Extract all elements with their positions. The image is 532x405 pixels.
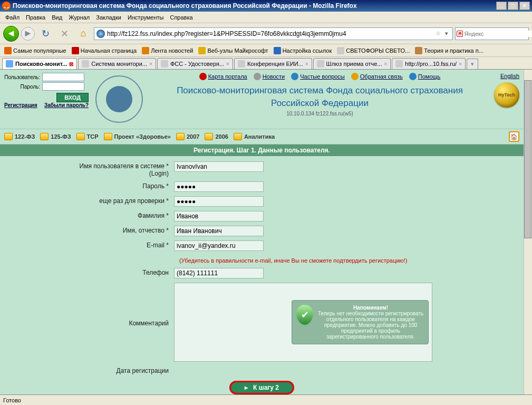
form-name-input[interactable] — [174, 226, 264, 236]
folder-icon — [104, 133, 112, 140]
section-item[interactable]: Аналитика — [234, 133, 275, 140]
tab[interactable]: http://pro...10.fss.ru/× — [392, 58, 466, 69]
form-email-input[interactable] — [174, 240, 264, 251]
bookmark-item[interactable]: Лента новостей — [140, 46, 195, 55]
help-link[interactable]: Помощь — [409, 73, 441, 80]
menu-bookmarks[interactable]: Закладки — [93, 13, 124, 22]
bookmark-item[interactable]: Начальная страница — [70, 46, 139, 55]
feedback-link[interactable]: Обратная связь — [351, 73, 403, 80]
section-item[interactable]: Проект «Здоровье» — [104, 133, 171, 140]
bookmark-item[interactable]: Теория и практика п... — [413, 46, 485, 55]
login-box: Пользователь: Пароль: ВХОД Регистрация З… — [4, 73, 89, 126]
site-title-2: Российской Федерации — [150, 98, 490, 109]
menu-tools[interactable]: Инструменты — [124, 13, 167, 22]
form-phone-input[interactable] — [174, 268, 264, 278]
minimize-button[interactable]: _ — [496, 2, 507, 10]
tab-close-icon[interactable]: × — [305, 61, 308, 67]
news-link[interactable]: Новости — [254, 73, 285, 80]
section-item[interactable]: 122-ФЗ — [4, 133, 35, 140]
url-input[interactable] — [107, 30, 433, 37]
form-regdate-label: Дата регистрации — [11, 366, 174, 374]
news-icon — [254, 73, 261, 80]
new-tab-button[interactable]: ▾ — [467, 59, 478, 69]
close-button[interactable]: ✕ — [519, 2, 530, 10]
portal-map-link[interactable]: Карта портала — [199, 73, 247, 80]
vertical-scrollbar[interactable] — [524, 70, 532, 394]
section-item[interactable]: 2007 — [176, 133, 199, 140]
tab[interactable]: Шлюз приема отче...× — [313, 58, 391, 69]
scrollbar-thumb[interactable] — [524, 80, 531, 238]
tab-close-icon[interactable]: ⊠ — [69, 61, 73, 67]
tab-favicon — [395, 60, 403, 68]
back-button[interactable]: ◄ — [3, 26, 19, 42]
menu-edit[interactable]: Правка — [23, 13, 49, 22]
login-button[interactable]: ВХОД — [56, 93, 89, 102]
next-step-button[interactable]: ▸К шагу 2 — [229, 381, 294, 394]
bookmark-item[interactable]: Самые популярные — [2, 46, 69, 55]
folder-icon — [4, 133, 13, 140]
login-user-input[interactable] — [42, 73, 84, 81]
menu-journal[interactable]: Журнал — [65, 13, 93, 22]
section-item[interactable]: 125-ФЗ — [40, 133, 71, 140]
section-item[interactable]: TCP — [76, 133, 99, 140]
search-box[interactable]: Я — [455, 27, 529, 40]
register-link[interactable]: Регистрация — [4, 102, 37, 108]
globe-icon — [96, 30, 105, 38]
search-input[interactable] — [464, 31, 532, 37]
tab-close-icon[interactable]: × — [149, 61, 152, 67]
bookmarks-bar: Самые популярные Начальная страница Лент… — [0, 44, 532, 57]
tab-close-icon[interactable]: × — [384, 61, 387, 67]
compass-icon — [199, 73, 207, 80]
bookmark-icon — [337, 47, 344, 54]
form-password-input[interactable] — [174, 181, 264, 192]
bookmark-star-icon[interactable]: ☆ — [433, 30, 443, 37]
tab-favicon — [6, 60, 13, 68]
stop-button[interactable]: ✕ — [56, 25, 73, 42]
form-comment-input[interactable]: ✔ Напоминаем! Теперь нет необходимости р… — [174, 283, 432, 362]
menu-view[interactable]: Вид — [49, 13, 65, 22]
tab-active[interactable]: Поисково-монит...⊠ — [2, 58, 77, 69]
bookmark-item[interactable]: Настройка ссылок — [272, 46, 334, 55]
folder-icon — [76, 133, 85, 140]
bookmark-icon — [274, 47, 281, 54]
address-bar[interactable]: ☆ ▾ — [94, 27, 453, 40]
form-login-input[interactable] — [174, 161, 264, 172]
folder-icon — [234, 133, 242, 140]
folder-icon — [40, 133, 49, 140]
tab-close-icon[interactable]: × — [459, 61, 462, 67]
form-surname-input[interactable] — [174, 211, 264, 221]
forgot-password-link[interactable]: Забыли пароль? — [44, 102, 89, 108]
tab[interactable]: Конференция ЕИИ...× — [234, 58, 312, 69]
bookmark-icon — [415, 47, 422, 54]
bookmark-icon — [142, 47, 149, 54]
home-icon[interactable]: 🏠 — [509, 131, 519, 142]
tab[interactable]: Система монитори...× — [78, 58, 156, 69]
page-header: Пользователь: Пароль: ВХОД Регистрация З… — [0, 70, 524, 129]
english-link[interactable]: English — [500, 73, 519, 79]
hytech-badge: HyTech — [494, 82, 519, 108]
bookmark-item[interactable]: СВЕТОФОРЫ СВЕТО... — [335, 46, 412, 55]
bookmark-icon — [4, 47, 12, 54]
site-title: Поисково-мониторинговая система Фонда со… — [150, 85, 490, 96]
bookmark-item[interactable]: Веб-узлы Майкрософт — [196, 46, 270, 55]
home-button[interactable]: ⌂ — [75, 25, 92, 42]
tab-close-icon[interactable]: × — [226, 61, 229, 67]
section-item[interactable]: 2006 — [205, 133, 228, 140]
maximize-button[interactable]: □ — [508, 2, 518, 10]
reload-button[interactable]: ↻ — [37, 25, 54, 42]
login-user-label: Пользователь: — [4, 74, 42, 80]
form-password2-label: еще раз для проверки * — [11, 196, 174, 205]
url-dropdown-icon[interactable]: ▾ — [443, 30, 450, 37]
tab[interactable]: ФСС - Удостоверя...× — [157, 58, 233, 69]
bookmark-icon — [72, 47, 79, 54]
faq-link[interactable]: Частые вопросы — [291, 73, 345, 80]
menu-help[interactable]: Справка — [167, 13, 196, 22]
forward-button[interactable]: ► — [21, 27, 35, 41]
login-pass-input[interactable] — [42, 82, 84, 91]
reminder-box: ✔ Напоминаем! Теперь нет необходимости р… — [292, 300, 429, 344]
shield-icon: ✔ — [296, 305, 313, 325]
form-phone-label: Телефон — [11, 268, 174, 276]
menu-file[interactable]: Файл — [2, 13, 23, 22]
site-seal — [93, 73, 146, 126]
form-password2-input[interactable] — [174, 196, 264, 207]
